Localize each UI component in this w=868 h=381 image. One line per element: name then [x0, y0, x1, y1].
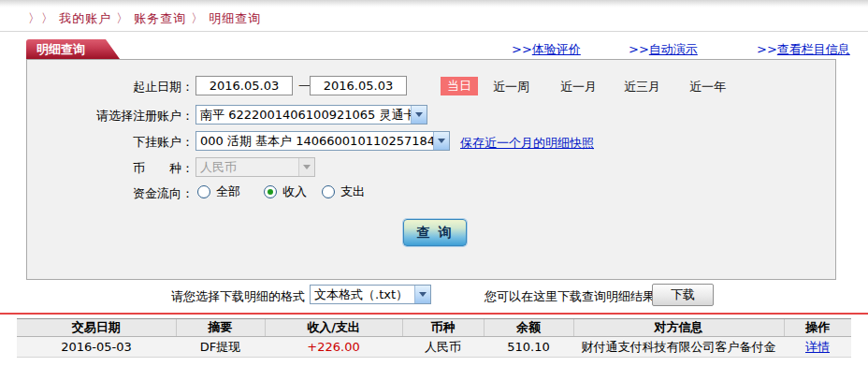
cell-currency: 人民币: [402, 337, 484, 358]
currency-select: 人民币: [195, 157, 315, 177]
col-header-balance: 余额: [484, 319, 573, 337]
breadcrumb: 〉〉 我的账户〉账务查询〉明细查询: [28, 10, 261, 27]
link-prefix: >>: [629, 42, 649, 56]
date-range-label: 起止日期：: [27, 79, 194, 95]
page-top-strip: [0, 0, 868, 7]
col-header-action: 操作: [784, 319, 851, 337]
end-date-input[interactable]: 2016.05.03: [310, 76, 407, 95]
flow-radio-expense[interactable]: 支出: [322, 183, 365, 200]
cell-amount: +226.00: [265, 337, 402, 358]
quick-range-year[interactable]: 近一年: [689, 79, 726, 95]
quick-range-quarter[interactable]: 近三月: [624, 79, 660, 95]
result-table: 交易日期 摘要 收入/支出 币种 余额 对方信息 操作 2016-05-03 D…: [17, 318, 851, 358]
breadcrumb-item-my-account[interactable]: 我的账户: [59, 11, 111, 25]
register-account-label: 请选择注册账户：: [27, 108, 194, 125]
quick-range-today-badge[interactable]: 当日: [441, 77, 478, 95]
breadcrumb-separator: 〉: [186, 11, 209, 25]
flow-radio-expense-label: 支出: [340, 183, 365, 200]
cell-counterparty: 财付通支付科技有限公司客户备付金: [573, 337, 784, 358]
query-button[interactable]: 查 询: [403, 219, 467, 246]
sub-account-label: 下挂账户：: [27, 134, 194, 151]
col-header-amount: 收入/支出: [265, 319, 402, 337]
col-header-currency: 币种: [402, 319, 484, 337]
query-form-panel: 起止日期： 2016.05.03 — 2016.05.03 当日 近一周 近一月…: [26, 59, 836, 280]
quick-range-month[interactable]: 近一月: [560, 79, 597, 95]
download-format-value: 文本格式（.txt）: [314, 287, 408, 301]
radio-icon[interactable]: [322, 185, 335, 198]
chevron-down-icon[interactable]: [411, 106, 427, 124]
flow-label: 资金流向：: [27, 185, 194, 202]
link-auto-demo[interactable]: >>自动演示: [629, 41, 698, 58]
register-account-select[interactable]: 南平 6222001406100921065 灵通卡: [195, 105, 427, 125]
col-header-date: 交易日期: [17, 319, 176, 337]
radio-icon[interactable]: [197, 185, 210, 198]
download-format-label: 请您选择下载明细的格式: [171, 288, 305, 305]
start-date-input[interactable]: 2016.05.03: [195, 76, 293, 95]
link-prefix: >>: [757, 42, 777, 56]
flow-radio-all[interactable]: 全部: [197, 183, 240, 200]
sub-account-value: 000 活期 基本户 1406600101102571848: [200, 134, 442, 148]
currency-value: 人民币: [200, 160, 237, 174]
download-button[interactable]: 下载: [652, 284, 714, 306]
link-column-info[interactable]: >>查看栏目信息: [757, 41, 850, 58]
flow-radio-all-label: 全部: [216, 183, 240, 200]
cell-date: 2016-05-03: [17, 337, 176, 358]
top-divider: [0, 31, 868, 32]
link-experience-rating[interactable]: >>体验评价: [512, 41, 581, 58]
chevron-down-icon: [298, 158, 314, 176]
table-row: 2016-05-03 DF提现 +226.00 人民币 510.10 财付通支付…: [17, 337, 851, 358]
radio-icon[interactable]: [264, 185, 277, 198]
col-header-counterparty: 对方信息: [573, 319, 784, 337]
quick-range-week[interactable]: 近一周: [493, 79, 529, 95]
detail-link[interactable]: 详情: [805, 340, 830, 354]
snapshot-link[interactable]: 保存近一个月的明细快照: [460, 135, 594, 152]
col-header-summary: 摘要: [176, 319, 265, 337]
flow-radio-income-label: 收入: [282, 183, 307, 200]
breadcrumb-prefix: 〉〉: [28, 11, 54, 25]
section-divider: [0, 313, 868, 315]
breadcrumb-item-detail-query[interactable]: 明细查询: [209, 11, 261, 25]
cell-action: 详情: [784, 337, 851, 358]
download-format-select[interactable]: 文本格式（.txt）: [310, 285, 431, 304]
link-prefix: >>: [512, 42, 532, 56]
download-hint: 您可以在这里下载查询明细结果: [485, 288, 655, 305]
currency-label: 币 种：: [27, 160, 194, 177]
chevron-down-icon[interactable]: [414, 286, 430, 303]
cell-balance: 510.10: [484, 337, 573, 358]
flow-radio-income[interactable]: 收入: [264, 183, 307, 200]
breadcrumb-item-account-query[interactable]: 账务查询: [134, 11, 186, 25]
chevron-down-icon[interactable]: [433, 132, 449, 150]
table-header-row: 交易日期 摘要 收入/支出 币种 余额 对方信息 操作: [17, 319, 851, 337]
sub-account-select[interactable]: 000 活期 基本户 1406600101102571848: [195, 131, 450, 151]
cell-summary: DF提现: [176, 337, 265, 358]
register-account-value: 南平 6222001406100921065 灵通卡: [200, 108, 415, 122]
breadcrumb-separator: 〉: [111, 11, 134, 25]
page-title-tab: 明细查询: [26, 39, 120, 59]
